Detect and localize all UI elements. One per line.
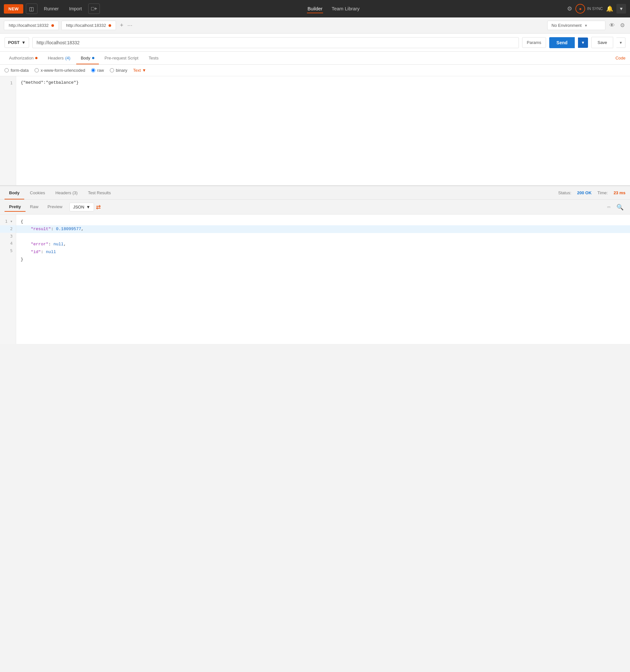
form-data-option[interactable]: form-data	[4, 68, 29, 73]
format-type-label: JSON	[73, 205, 84, 210]
resp-line-num-5: 5	[0, 247, 16, 255]
tab-headers[interactable]: Headers (4)	[43, 52, 75, 64]
tests-tab-label: Tests	[149, 55, 158, 61]
binary-radio[interactable]	[110, 68, 114, 72]
body-type-selector[interactable]: Text ▼	[133, 68, 146, 73]
save-button[interactable]: Save	[591, 37, 613, 48]
more-tabs-button[interactable]: ⋯	[127, 22, 132, 28]
resp-tab-cookies[interactable]: Cookies	[26, 186, 50, 199]
headers-tab-label: Headers	[48, 55, 64, 61]
search-response-button[interactable]: 🔍	[614, 203, 626, 212]
gear-icon-button[interactable]: ⚙	[619, 21, 626, 30]
new-tab-icon: □+	[91, 6, 97, 11]
form-data-label: form-data	[11, 68, 29, 73]
method-selector[interactable]: POST ▼	[4, 37, 29, 48]
settings-icon: ⚙	[567, 5, 572, 12]
time-value: 23 ms	[613, 190, 626, 195]
new-button[interactable]: NEW	[4, 4, 23, 14]
layout-icon: ◫	[29, 6, 34, 12]
sync-status: ● IN SYNC	[575, 4, 603, 14]
format-dropdown-icon: ▼	[86, 205, 91, 210]
tab-builder[interactable]: Builder	[307, 4, 323, 13]
url-tab-2-text: http://localhost:18332	[66, 23, 106, 28]
top-bar-dropdown-button[interactable]: ▼	[616, 4, 626, 14]
raw-label: raw	[97, 68, 104, 73]
resp-line-num-1: 1 ▾	[0, 218, 16, 225]
resp-line-5: }	[21, 257, 23, 262]
sync-label: IN SYNC	[587, 6, 603, 11]
copy-response-button[interactable]: ⎓	[605, 203, 612, 211]
send-dropdown-button[interactable]: ▼	[578, 38, 588, 48]
authorization-dot	[35, 57, 37, 59]
form-data-radio[interactable]	[4, 68, 9, 72]
response-line-numbers: 1 ▾ 2 3 4 5	[0, 215, 16, 344]
environment-label: No Environment	[552, 23, 582, 28]
resp-headers-badge: (3)	[72, 190, 78, 195]
tab-dot-2	[108, 24, 111, 27]
authorization-tab-label: Authorization	[9, 55, 33, 61]
environment-selector[interactable]: No Environment ▼	[547, 21, 605, 30]
resp-line-3: "error": null,	[21, 242, 66, 247]
params-button[interactable]: Params	[522, 37, 546, 48]
format-preview-button[interactable]: Preview	[43, 202, 67, 212]
notification-bell-button[interactable]: 🔔	[606, 5, 613, 12]
response-code-editor: 1 ▾ 2 3 4 5 { "result": 0.18099577, "err…	[0, 215, 630, 344]
url-tab-2[interactable]: http://localhost:18332	[61, 21, 116, 30]
response-actions: ⎓ 🔍	[605, 203, 626, 212]
runner-button[interactable]: Runner	[40, 4, 63, 13]
layout-icon-button[interactable]: ◫	[26, 4, 37, 14]
tab-dot-1	[51, 24, 54, 27]
format-raw-button[interactable]: Raw	[26, 202, 43, 212]
request-line-numbers: 1	[0, 76, 16, 185]
resp-line-2: "result": 0.18099577,	[16, 225, 630, 233]
url-encoded-radio[interactable]	[34, 68, 39, 72]
request-code-editor: 1 {"method":"getbalance"}	[0, 76, 630, 186]
url-input[interactable]	[32, 37, 519, 48]
line-num-1: 1	[0, 79, 16, 87]
wrap-icon[interactable]: ⇄	[96, 203, 101, 211]
resp-line-num-3: 3	[0, 233, 16, 240]
resp-tab-test-results[interactable]: Test Results	[83, 186, 115, 199]
prerequest-tab-label: Pre-request Script	[105, 55, 138, 61]
eye-icon-button[interactable]: 👁	[608, 21, 616, 30]
body-tab-label: Body	[81, 55, 91, 61]
tab-tests[interactable]: Tests	[144, 52, 163, 64]
tab-team-library[interactable]: Team Library	[331, 4, 360, 13]
resp-headers-label: Headers	[55, 190, 71, 195]
save-dropdown-button[interactable]: ▼	[616, 38, 626, 48]
url-tab-1[interactable]: http://localhost:18332	[4, 21, 59, 30]
resp-line-1: {	[21, 219, 23, 224]
method-dropdown-icon: ▼	[21, 40, 26, 45]
format-pretty-button[interactable]: Pretty	[4, 202, 26, 212]
tab-authorization[interactable]: Authorization	[4, 52, 42, 64]
resp-tab-headers[interactable]: Headers (3)	[51, 186, 82, 199]
code-link-button[interactable]: Code	[615, 55, 626, 61]
type-dropdown-icon: ▼	[142, 68, 146, 73]
resp-tab-body[interactable]: Body	[4, 186, 24, 199]
url-encoded-label: x-www-form-urlencoded	[41, 68, 85, 73]
request-tabs: Authorization Headers (4) Body Pre-reque…	[0, 52, 630, 65]
body-options-bar: form-data x-www-form-urlencoded raw bina…	[0, 65, 630, 76]
raw-option[interactable]: raw	[91, 68, 104, 73]
binary-option[interactable]: binary	[110, 68, 127, 73]
chevron-down-icon: ▼	[584, 24, 588, 27]
tab-prerequest[interactable]: Pre-request Script	[100, 52, 143, 64]
resp-line-4: "id": null	[21, 249, 56, 255]
import-button[interactable]: Import	[65, 4, 86, 13]
resp-line-num-4: 4	[0, 240, 16, 247]
headers-badge: (4)	[65, 55, 70, 61]
request-body-line1: {"method":"getbalance"}	[21, 80, 78, 85]
url-tab-1-text: http://localhost:18332	[9, 23, 49, 28]
response-code-content[interactable]: { "result": 0.18099577, "error": null, "…	[16, 215, 630, 344]
url-encoded-option[interactable]: x-www-form-urlencoded	[34, 68, 85, 73]
time-label: Time:	[597, 190, 608, 195]
add-tab-button[interactable]: +	[119, 22, 125, 29]
new-tab-icon-button[interactable]: □+	[88, 4, 100, 14]
method-label: POST	[8, 40, 19, 45]
tab-body[interactable]: Body	[76, 52, 99, 64]
request-code-content[interactable]: {"method":"getbalance"}	[16, 76, 630, 185]
format-type-selector[interactable]: JSON ▼	[70, 203, 94, 211]
raw-radio[interactable]	[91, 68, 95, 72]
send-button[interactable]: Send	[549, 37, 574, 48]
sync-circle-icon: ●	[575, 4, 585, 14]
